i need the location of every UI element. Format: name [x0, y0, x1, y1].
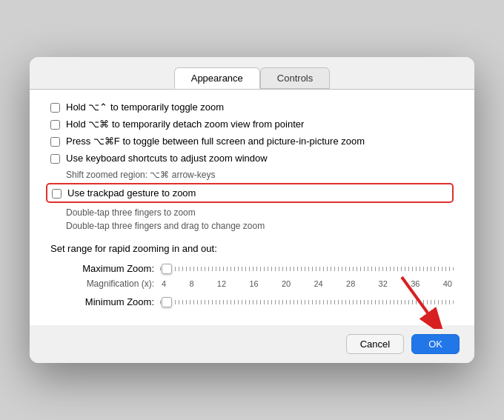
checkbox-label-keyboard: Use keyboard shortcuts to adjust zoom wi…: [66, 153, 268, 164]
ok-button[interactable]: OK: [411, 334, 460, 354]
mag-tick-32: 32: [379, 279, 388, 288]
mag-tick-8: 8: [189, 279, 193, 288]
mag-tick-16: 16: [249, 279, 258, 288]
magnification-row: Magnification (x): 4 8 12 16 20 24 28 32…: [50, 279, 454, 289]
mag-tick-28: 28: [346, 279, 355, 288]
minimum-zoom-row: Minimum Zoom:: [50, 296, 454, 307]
checkbox-toggle-zoom[interactable]: [50, 103, 60, 113]
tab-controls[interactable]: Controls: [260, 67, 330, 89]
trackpad-hint-1: Double-tap three fingers to zoom: [66, 206, 454, 219]
checkbox-row-detach-zoom: Hold ⌥⌘ to temporarily detach zoom view …: [50, 119, 454, 130]
checkbox-label-detach-zoom: Hold ⌥⌘ to temporarily detach zoom view …: [66, 119, 304, 130]
mag-tick-20: 20: [282, 279, 291, 288]
checkbox-fullscreen[interactable]: [50, 137, 60, 147]
maximum-zoom-slider[interactable]: [160, 267, 454, 271]
magnification-label: Magnification (x):: [50, 279, 154, 289]
keyboard-sub-label: Shift zoomed region: ⌥⌘ arrow-keys: [66, 170, 454, 180]
cancel-button[interactable]: Cancel: [346, 334, 404, 354]
tab-bar: Appearance Controls: [30, 57, 474, 89]
checkbox-trackpad[interactable]: [52, 189, 62, 199]
checkbox-detach-zoom[interactable]: [50, 120, 60, 130]
tab-appearance[interactable]: Appearance: [174, 67, 260, 89]
checkbox-label-trackpad: Use trackpad gesture to zoom: [67, 187, 196, 199]
checkbox-row-trackpad: Use trackpad gesture to zoom: [52, 187, 448, 199]
mag-tick-24: 24: [314, 279, 322, 288]
minimum-zoom-label: Minimum Zoom:: [50, 296, 154, 307]
mag-tick-4: 4: [162, 279, 166, 288]
mag-tick-12: 12: [217, 279, 226, 288]
checkbox-keyboard[interactable]: [50, 154, 60, 164]
checkbox-row-keyboard: Use keyboard shortcuts to adjust zoom wi…: [50, 153, 454, 164]
magnification-numbers: 4 8 12 16 20 24 28 32 36 40: [160, 279, 454, 288]
maximum-zoom-row: Maximum Zoom:: [50, 263, 454, 274]
trackpad-hint-2: Double-tap three fingers and drag to cha…: [66, 219, 454, 233]
mag-tick-36: 36: [411, 279, 420, 288]
mag-tick-40: 40: [443, 279, 452, 288]
checkbox-row-fullscreen: Press ⌥⌘F to toggle between full screen …: [50, 136, 454, 147]
highlighted-trackpad-row: Use trackpad gesture to zoom: [46, 183, 454, 203]
checkbox-label-fullscreen: Press ⌥⌘F to toggle between full screen …: [66, 136, 365, 147]
zoom-range-label: Set range for rapid zooming in and out:: [50, 243, 454, 254]
footer: Cancel OK: [30, 325, 474, 363]
minimum-zoom-thumb[interactable]: [162, 297, 172, 307]
checkbox-label-toggle-zoom: Hold ⌥⌃ to temporarily toggle zoom: [66, 101, 224, 113]
tab-content: Hold ⌥⌃ to temporarily toggle zoom Hold …: [30, 89, 474, 325]
maximum-zoom-label: Maximum Zoom:: [50, 263, 154, 274]
minimum-zoom-slider[interactable]: [160, 300, 454, 304]
dialog: Appearance Controls Hold ⌥⌃ to temporari…: [30, 57, 474, 363]
maximum-zoom-thumb[interactable]: [162, 264, 172, 274]
checkbox-row-toggle-zoom: Hold ⌥⌃ to temporarily toggle zoom: [50, 101, 454, 113]
